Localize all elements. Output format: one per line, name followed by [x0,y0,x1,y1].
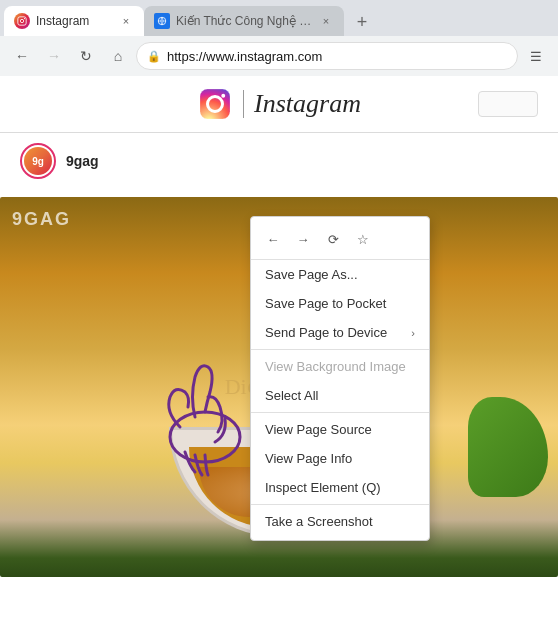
separator-2 [251,412,429,413]
instagram-favicon [14,13,30,29]
view-page-source-label: View Page Source [265,422,372,437]
avatar-ring: 9g [20,143,56,179]
send-page-arrow: › [411,327,415,339]
home-button[interactable]: ⌂ [104,42,132,70]
tab-instagram-title: Instagram [36,14,112,28]
svg-point-1 [20,19,23,22]
kien-thuc-favicon [154,13,170,29]
view-page-info-label: View Page Info [265,451,352,466]
extensions-area: ☰ [522,42,550,70]
post-area: 9g 9gag [0,133,558,197]
address-text: https://www.instagram.com [167,49,507,64]
post-header: 9g 9gag [20,143,538,179]
save-page-as-label: Save Page As... [265,267,358,282]
svg-rect-5 [200,89,230,119]
svg-point-8 [221,94,225,98]
lock-icon: 🔒 [147,50,161,63]
context-menu-nav: ← → ⟳ ☆ [251,221,429,260]
view-page-info-item[interactable]: View Page Info [251,444,429,473]
context-back-button[interactable]: ← [261,227,285,251]
save-page-as-item[interactable]: Save Page As... [251,260,429,289]
take-screenshot-item[interactable]: Take a Screenshot [251,507,429,536]
select-all-label: Select All [265,388,318,403]
post-overlay-text: 9GAG [12,209,71,230]
view-background-image-label: View Background Image [265,359,406,374]
select-all-item[interactable]: Select All [251,381,429,410]
post-username: 9gag [66,153,99,169]
lizard [468,397,548,497]
instagram-search[interactable] [478,91,538,117]
send-page-to-device-item[interactable]: Send Page to Device › [251,318,429,347]
avatar: 9g [24,147,52,175]
tab-kien-thuc[interactable]: Kiến Thức Công Nghệ Khoa H... × [144,6,344,36]
instagram-title: Instagram [254,89,361,119]
forward-button[interactable]: → [40,42,68,70]
instagram-header: Instagram [0,76,558,133]
browser-window: Instagram × Kiến Thức Công Nghệ Khoa H..… [0,0,558,644]
context-forward-button[interactable]: → [291,227,315,251]
reload-button[interactable]: ↻ [72,42,100,70]
address-bar[interactable]: 🔒 https://www.instagram.com [136,42,518,70]
tab-instagram-close[interactable]: × [118,13,134,29]
instagram-logo: Instagram [197,86,361,122]
tab-kien-thuc-title: Kiến Thức Công Nghệ Khoa H... [176,14,312,28]
tab-instagram[interactable]: Instagram × [4,6,144,36]
save-page-to-pocket-item[interactable]: Save Page to Pocket [251,289,429,318]
extension-icon[interactable]: ☰ [522,42,550,70]
page-content: Instagram 9g 9gag 9GAG Diễn Phong [0,76,558,644]
save-page-to-pocket-label: Save Page to Pocket [265,296,386,311]
tab-kien-thuc-close[interactable]: × [318,13,334,29]
logo-divider [243,90,244,118]
nav-bar: ← → ↻ ⌂ 🔒 https://www.instagram.com ☰ [0,36,558,76]
context-bookmark-button[interactable]: ☆ [351,227,375,251]
instagram-logo-icon [197,86,233,122]
inspect-element-item[interactable]: Inspect Element (Q) [251,473,429,502]
context-menu: ← → ⟳ ☆ Save Page As... Save Page to Poc… [250,216,430,541]
separator-3 [251,504,429,505]
separator-1 [251,349,429,350]
tab-bar: Instagram × Kiến Thức Công Nghệ Khoa H..… [0,0,558,36]
view-page-source-item[interactable]: View Page Source [251,415,429,444]
new-tab-button[interactable]: + [348,8,376,36]
send-page-to-device-label: Send Page to Device [265,325,387,340]
svg-point-2 [24,18,25,19]
back-button[interactable]: ← [8,42,36,70]
inspect-element-label: Inspect Element (Q) [265,480,381,495]
take-screenshot-label: Take a Screenshot [265,514,373,529]
context-reload-button[interactable]: ⟳ [321,227,345,251]
view-background-image-item: View Background Image [251,352,429,381]
